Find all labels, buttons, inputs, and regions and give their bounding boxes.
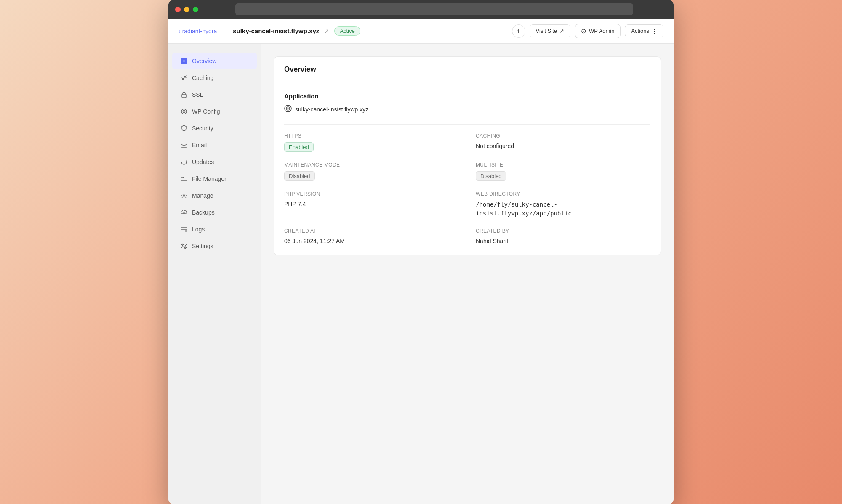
sidebar: Overview Caching SSL [168, 44, 261, 504]
sidebar-item-updates[interactable]: Updates [172, 154, 257, 170]
sidebar-item-email[interactable]: Email [172, 137, 257, 153]
wp-icon: ⊙ [581, 27, 586, 35]
webdir-field: Web Directory /home/fly/sulky-cancel-ins… [476, 191, 650, 218]
webdir-value: /home/fly/sulky-cancel-insist.flywp.xyz/… [476, 201, 572, 217]
sidebar-item-settings[interactable]: Settings [172, 238, 257, 254]
close-button[interactable] [175, 7, 181, 12]
caching-field: Caching Not configured [476, 133, 650, 152]
external-link-icon[interactable]: ↗ [324, 28, 329, 34]
ssl-icon [180, 91, 188, 98]
sidebar-item-ssl[interactable]: SSL [172, 87, 257, 103]
maintenance-badge: Disabled [284, 171, 315, 181]
sidebar-item-manage[interactable]: Manage [172, 188, 257, 204]
sidebar-backups-label: Backups [192, 209, 215, 216]
https-badge: Enabled [284, 142, 314, 152]
wp-admin-label: WP Admin [589, 28, 614, 34]
app-domain: sulky-cancel-insist.flywp.xyz [295, 106, 368, 113]
overview-card-body: Application sulky-cancel-insist.flywp.xy… [274, 82, 661, 255]
url-bar[interactable] [235, 3, 633, 15]
php-label: PHP Version [284, 191, 459, 197]
app-name-row: sulky-cancel-insist.flywp.xyz [284, 105, 650, 114]
caching-icon [180, 74, 188, 82]
overview-icon [180, 57, 188, 65]
sidebar-item-caching[interactable]: Caching [172, 70, 257, 86]
visit-site-button[interactable]: Visit Site ↗ [530, 24, 570, 37]
svg-rect-0 [181, 58, 184, 61]
php-field: PHP Version PHP 7.4 [284, 191, 459, 218]
sidebar-email-label: Email [192, 142, 207, 149]
email-icon [180, 141, 188, 149]
browser-window: ‹ radiant-hydra — sulky-cancel-insist.fl… [168, 0, 674, 504]
actions-label: Actions [631, 28, 649, 34]
visit-site-external-icon: ↗ [560, 28, 564, 34]
settings-icon [180, 242, 188, 250]
maximize-button[interactable] [193, 7, 198, 12]
svg-point-16 [288, 108, 289, 109]
created-by-field: Created By Nahid Sharif [476, 228, 650, 245]
application-section-title: Application [284, 93, 650, 100]
sidebar-item-wp-config[interactable]: WP Config [172, 103, 257, 119]
content-area: Overview Caching SSL [168, 44, 674, 504]
php-value: PHP 7.4 [284, 201, 306, 207]
svg-rect-1 [184, 58, 187, 61]
sidebar-item-security[interactable]: Security [172, 120, 257, 136]
svg-rect-3 [184, 61, 187, 64]
svg-point-6 [183, 111, 185, 113]
sidebar-item-logs[interactable]: Logs [172, 221, 257, 237]
minimize-button[interactable] [184, 7, 189, 12]
status-badge: Active [334, 26, 360, 36]
main-content: Overview Application sulky-cancel-insist… [261, 44, 674, 504]
manage-icon [180, 192, 188, 199]
header-actions: ℹ Visit Site ↗ ⊙ WP Admin Actions ⋮ [512, 24, 663, 38]
maintenance-field: Maintenance Mode Disabled [284, 162, 459, 181]
multisite-field: Multisite Disabled [476, 162, 650, 181]
sidebar-wp-config-label: WP Config [192, 108, 220, 115]
svg-rect-7 [181, 143, 187, 147]
app-wp-icon [284, 105, 292, 114]
titlebar [168, 0, 674, 19]
updates-icon [180, 158, 188, 166]
svg-point-12 [182, 244, 184, 245]
sidebar-manage-label: Manage [192, 192, 213, 199]
created-by-label: Created By [476, 228, 650, 234]
https-field: HTTPS Enabled [284, 133, 459, 152]
multisite-label: Multisite [476, 162, 650, 168]
logs-icon [180, 225, 188, 233]
sidebar-item-overview[interactable]: Overview [172, 53, 257, 69]
caching-label: Caching [476, 133, 650, 139]
https-label: HTTPS [284, 133, 459, 139]
file-manager-icon [180, 175, 188, 183]
svg-rect-2 [181, 61, 184, 64]
sidebar-overview-label: Overview [192, 58, 216, 64]
backups-icon [180, 209, 188, 216]
sidebar-caching-label: Caching [192, 74, 213, 81]
back-link[interactable]: ‹ radiant-hydra [179, 28, 217, 34]
divider [284, 124, 650, 125]
sidebar-item-file-manager[interactable]: File Manager [172, 171, 257, 187]
svg-point-13 [185, 247, 186, 249]
maintenance-label: Maintenance Mode [284, 162, 459, 168]
header-separator: — [222, 28, 228, 34]
multisite-badge: Disabled [476, 171, 506, 181]
svg-point-5 [181, 109, 187, 114]
actions-dots-icon: ⋮ [652, 28, 657, 34]
sidebar-security-label: Security [192, 125, 213, 132]
back-label: radiant-hydra [182, 28, 217, 34]
wp-admin-button[interactable]: ⊙ WP Admin [575, 24, 621, 38]
caching-value: Not configured [476, 143, 514, 149]
sidebar-item-backups[interactable]: Backups [172, 204, 257, 220]
info-button[interactable]: ℹ [512, 24, 525, 38]
sidebar-logs-label: Logs [192, 226, 205, 233]
sidebar-settings-label: Settings [192, 243, 213, 249]
security-icon [180, 125, 188, 132]
overview-card: Overview Application sulky-cancel-insist… [274, 56, 661, 255]
svg-point-8 [183, 195, 185, 196]
info-icon: ℹ [517, 28, 520, 34]
actions-button[interactable]: Actions ⋮ [625, 24, 663, 37]
created-at-value: 06 Jun 2024, 11:27 AM [284, 238, 345, 244]
sidebar-ssl-label: SSL [192, 91, 203, 98]
sidebar-updates-label: Updates [192, 159, 214, 165]
webdir-label: Web Directory [476, 191, 650, 197]
created-at-label: Created At [284, 228, 459, 234]
overview-title: Overview [284, 65, 650, 74]
